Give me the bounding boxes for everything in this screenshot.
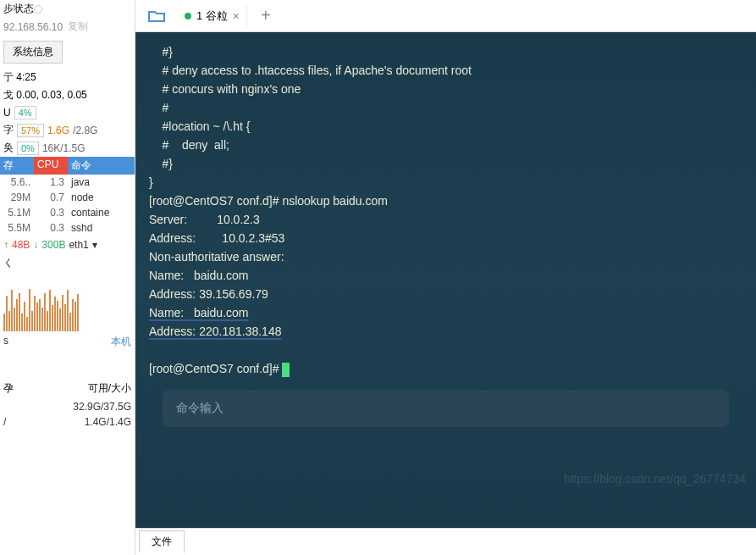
- status-dot-icon: [185, 13, 191, 19]
- terminal[interactable]: #} # deny access to .htaccess files, if …: [135, 32, 756, 528]
- process-row[interactable]: 5.5M0.3sshd: [0, 220, 135, 236]
- cpu-percent: 4%: [14, 106, 36, 119]
- sync-status-row: 步状态: [0, 0, 135, 18]
- arrow-down-icon: ↓: [33, 239, 38, 251]
- annotated-address-line: Address: 220.181.38.148: [149, 322, 742, 341]
- network-chart: [0, 272, 135, 331]
- mem-used: 1.6G: [47, 125, 69, 136]
- copy-button[interactable]: 复制: [68, 19, 88, 34]
- swap-percent: 0%: [17, 142, 39, 155]
- folder-icon[interactable]: [142, 4, 171, 28]
- process-row[interactable]: 5.1M0.3containe: [0, 205, 135, 220]
- memory-row: 字 57% 1.6G/2.8G: [0, 121, 135, 139]
- ip-row: 92.168.56.10 复制: [0, 18, 135, 36]
- tab-label: 1 谷粒: [196, 8, 228, 24]
- load-row: 戈 0.00, 0.03, 0.05: [0, 86, 135, 104]
- uptime-row: 亍 4:25: [0, 69, 135, 86]
- tab-terminal-1[interactable]: 1 谷粒 ×: [178, 5, 247, 27]
- bottom-tab-files[interactable]: 文件: [139, 530, 185, 552]
- process-table-header: 存 CPU 命令: [0, 157, 135, 175]
- annotated-name-line: Name: baidu.com: [149, 303, 742, 322]
- ip-address: 92.168.56.10: [3, 21, 63, 33]
- process-row[interactable]: 29M0.7node: [0, 190, 135, 205]
- header-cpu[interactable]: CPU: [34, 157, 68, 175]
- s-row: s 本机: [0, 331, 135, 352]
- prompt-line: [root@CentOS7 conf.d]#: [149, 359, 742, 378]
- sidebar: 步状态 92.168.56.10 复制 系统信息 亍 4:25 戈 0.00, …: [0, 0, 135, 555]
- disk-row: /1.4G/1.4G: [0, 414, 135, 430]
- bottom-tab-bar: 文件: [135, 528, 756, 555]
- watermark: https://blog.csdn.net/qq_26774734: [564, 472, 746, 486]
- system-info-button[interactable]: 系统信息: [3, 41, 63, 64]
- status-dot-icon: [34, 5, 42, 14]
- network-row: ↑48B ↓300B eth1 ▾: [0, 236, 135, 254]
- arrow-up-icon: ↑: [3, 239, 8, 251]
- dropdown-icon[interactable]: ▾: [92, 239, 97, 251]
- close-icon[interactable]: ×: [233, 9, 240, 23]
- cursor-icon: [282, 363, 290, 377]
- main-panel: 1 谷粒 × + #} # deny access to .htaccess f…: [135, 0, 756, 555]
- disk-header: 孕 可用/大小: [0, 378, 135, 399]
- tab-bar: 1 谷粒 × +: [135, 0, 756, 32]
- swap-row: 奂 0% 16K/1.5G: [0, 139, 135, 157]
- disk-row: 32.9G/37.5G: [0, 399, 135, 414]
- mem-percent: 57%: [17, 124, 44, 137]
- cpu-row: U 4%: [0, 104, 135, 121]
- status-label: 步状态: [3, 2, 34, 16]
- process-row[interactable]: 5.6..1.3java: [0, 175, 135, 190]
- add-tab-button[interactable]: +: [254, 6, 278, 25]
- header-command[interactable]: 命令: [68, 157, 135, 175]
- command-input[interactable]: 命令输入: [163, 390, 729, 427]
- header-memory[interactable]: 存: [0, 157, 34, 175]
